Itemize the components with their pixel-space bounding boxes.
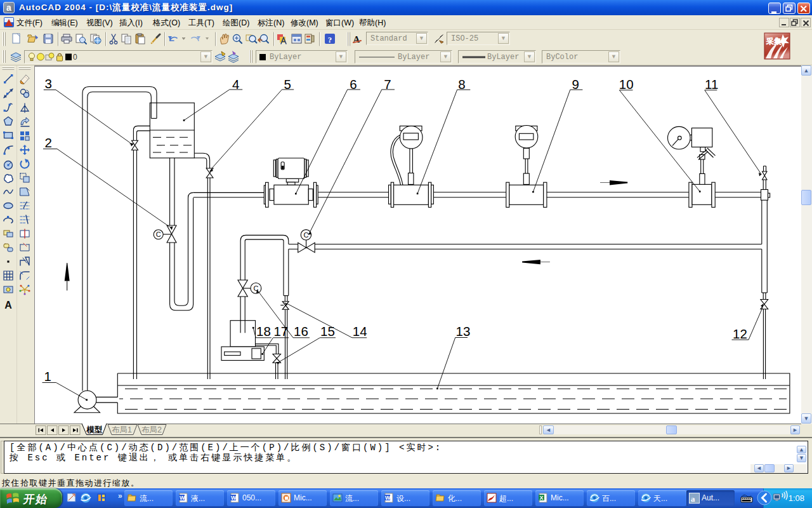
svg-text:布局1: 布局1 [112,425,132,434]
svg-text:9: 9 [572,77,579,91]
svg-text:2: 2 [45,135,52,150]
svg-text:C: C [156,231,161,238]
svg-text:?: ? [328,35,332,44]
svg-text:6: 6 [350,77,357,91]
svg-text:12: 12 [733,326,747,341]
svg-text:W: W [231,495,237,501]
svg-text:11: 11 [705,77,718,91]
svg-text:13: 13 [456,324,471,338]
svg-text:1: 1 [44,369,51,384]
svg-text:模型: 模型 [86,425,103,434]
svg-text:3: 3 [45,76,52,91]
svg-text:14: 14 [353,324,367,338]
svg-text:»: » [118,491,122,500]
svg-text:7: 7 [384,77,391,91]
svg-text:5: 5 [284,77,291,91]
svg-text:a: a [691,494,695,504]
svg-text:8: 8 [458,77,465,91]
svg-text:布局2: 布局2 [141,425,162,434]
svg-text:W: W [385,495,391,501]
svg-text:17: 17 [273,324,288,338]
svg-text:15: 15 [320,324,335,338]
svg-text:4: 4 [232,77,239,91]
svg-text:C: C [303,231,308,239]
svg-text:采集: 采集 [766,37,782,46]
svg-text:16: 16 [294,324,308,338]
svg-text:10: 10 [619,77,634,91]
svg-text:A: A [4,300,12,311]
svg-text:W: W [180,495,185,501]
svg-text:18: 18 [256,324,271,338]
svg-text:X: X [540,495,544,501]
